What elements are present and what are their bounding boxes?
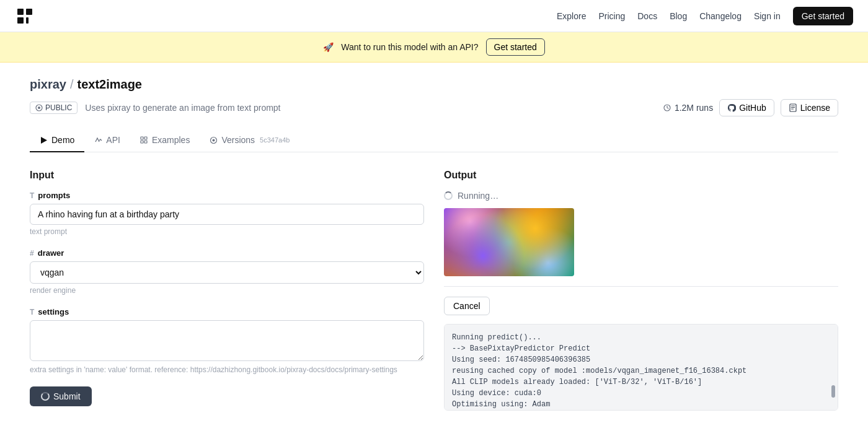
banner-emoji: 🚀 xyxy=(323,42,334,52)
license-button[interactable]: License xyxy=(781,99,838,116)
output-section-title: Output xyxy=(444,170,838,181)
breadcrumb-model: text2image xyxy=(78,77,143,92)
versions-badge: 5c347a4b xyxy=(260,136,290,144)
svg-marker-10 xyxy=(41,137,47,144)
main-content: Input T prompts text prompt # drawer vqg… xyxy=(30,170,838,411)
drawer-hint: render engine xyxy=(30,286,424,295)
svg-rect-2 xyxy=(26,9,32,15)
submit-button[interactable]: Submit xyxy=(30,386,92,406)
prompts-hint: text prompt xyxy=(30,227,424,236)
breadcrumb: pixray / text2image xyxy=(30,77,838,92)
tab-versions[interactable]: Versions 5c347a4b xyxy=(200,129,299,152)
svg-rect-11 xyxy=(141,137,143,139)
tab-api[interactable]: API xyxy=(84,129,130,152)
svg-rect-13 xyxy=(141,141,143,143)
settings-hint: extra settings in 'name: value' format. … xyxy=(30,365,424,374)
nav-pricing[interactable]: Pricing xyxy=(598,11,625,21)
drawer-type-icon: # xyxy=(30,249,34,258)
visibility-badge: PUBLIC xyxy=(30,102,78,114)
input-panel: Input T prompts text prompt # drawer vqg… xyxy=(30,170,424,411)
github-button[interactable]: GitHub xyxy=(719,99,774,116)
svg-rect-12 xyxy=(144,137,147,139)
tabs: Demo API Examples Versions 5c347a4b xyxy=(30,129,838,152)
settings-textarea[interactable] xyxy=(30,320,424,361)
cancel-button[interactable]: Cancel xyxy=(444,297,490,315)
tab-demo[interactable]: Demo xyxy=(30,129,84,152)
nav-signin[interactable]: Sign in xyxy=(754,11,781,21)
output-image xyxy=(444,208,574,276)
prompts-input[interactable] xyxy=(30,204,424,225)
breadcrumb-owner[interactable]: pixray xyxy=(30,77,66,92)
log-container: Running predict()...--> BasePixtayPredic… xyxy=(444,324,838,411)
input-section-title: Input xyxy=(30,170,424,181)
tab-examples[interactable]: Examples xyxy=(130,129,200,152)
logo-icon[interactable] xyxy=(15,6,35,26)
api-banner: 🚀 Want to run this model with an API? Ge… xyxy=(0,32,868,63)
output-image-area xyxy=(444,208,838,276)
svg-rect-14 xyxy=(144,141,147,143)
nav-explore[interactable]: Explore xyxy=(557,11,586,21)
settings-label: T settings xyxy=(30,307,424,316)
model-description: Uses pixray to generate an image from te… xyxy=(85,103,280,113)
log-scrollbar xyxy=(831,385,835,398)
output-status: Running… xyxy=(458,191,498,201)
runs-count: 1.2M runs xyxy=(663,103,713,113)
output-status-row: Running… xyxy=(444,191,838,201)
drawer-select[interactable]: vqgan pixel clipdraw line_sketch xyxy=(30,261,424,284)
submit-spinner xyxy=(41,392,50,401)
banner-get-started-button[interactable]: Get started xyxy=(486,38,545,56)
svg-point-16 xyxy=(213,139,215,141)
nav-changelog[interactable]: Changelog xyxy=(699,11,742,21)
settings-type-icon: T xyxy=(30,308,34,316)
svg-rect-3 xyxy=(26,17,29,24)
page-content: pixray / text2image PUBLIC Uses pixray t… xyxy=(0,63,868,423)
svg-rect-0 xyxy=(17,9,24,15)
navbar: Explore Pricing Docs Blog Changelog Sign… xyxy=(0,0,868,32)
divider xyxy=(444,286,838,287)
output-panel: Output Running… Cancel Running predict()… xyxy=(444,170,838,411)
model-meta-row: PUBLIC Uses pixray to generate an image … xyxy=(30,99,838,116)
prompts-label: T prompts xyxy=(30,191,424,200)
meta-actions: 1.2M runs GitHub License xyxy=(663,99,838,116)
navbar-left xyxy=(15,6,35,26)
prompts-type-icon: T xyxy=(30,191,34,200)
drawer-label: # drawer xyxy=(30,248,424,258)
prompts-field-group: T prompts text prompt xyxy=(30,191,424,236)
breadcrumb-separator: / xyxy=(70,77,74,92)
output-spinner xyxy=(444,191,453,200)
svg-rect-1 xyxy=(17,17,24,24)
nav-docs[interactable]: Docs xyxy=(637,11,657,21)
log-area[interactable]: Running predict()...--> BasePixtayPredic… xyxy=(444,324,838,411)
settings-field-group: T settings extra settings in 'name: valu… xyxy=(30,307,424,374)
navbar-get-started-button[interactable]: Get started xyxy=(793,7,853,25)
banner-text: Want to run this model with an API? xyxy=(341,42,478,52)
drawer-field-group: # drawer vqgan pixel clipdraw line_sketc… xyxy=(30,248,424,295)
navbar-right: Explore Pricing Docs Blog Changelog Sign… xyxy=(557,7,853,25)
nav-blog[interactable]: Blog xyxy=(670,11,687,21)
svg-point-5 xyxy=(38,107,40,109)
